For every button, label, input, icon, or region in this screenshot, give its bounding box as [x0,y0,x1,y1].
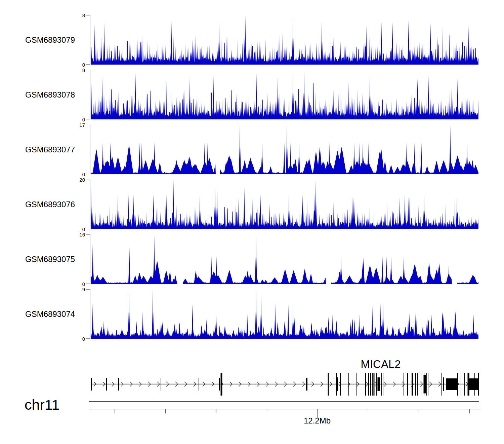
y-axis-line [90,234,90,284]
exon-bar [464,373,465,396]
genome-browser-figure: GSM6893079 8 0 GSM6893078 8 0 GSM6893077… [0,0,504,444]
exon-bar [106,378,107,391]
exon-bar [428,373,428,396]
y-axis-line [90,289,90,339]
exon-bar [441,373,442,396]
y-axis-max-label: 9 [66,287,85,292]
y-axis-line [90,70,90,119]
y-axis-line [90,15,90,65]
y-axis-max-label: 16 [66,232,85,237]
exon-bar [118,378,119,391]
ruler-minor-tick [115,409,115,413]
y-axis-zero-label: 0 [66,282,85,287]
coverage-area [91,234,478,284]
exon-bar [421,373,421,396]
coverage-area-svg [91,289,479,339]
exon-bar [356,373,356,396]
ruler-minor-tick [368,409,368,413]
exon-bar [404,373,404,396]
track-label: GSM6893077 [25,145,75,154]
exon-bar [383,373,383,396]
exon-bar [365,373,366,396]
exon-bar [443,377,444,391]
y-axis-zero-label: 0 [66,117,85,122]
exon-bar [91,378,92,391]
exon-bar [199,378,199,391]
y-axis-zero-label: 0 [66,172,85,177]
track-label: GSM6893076 [25,200,75,209]
track-label: GSM6893075 [25,255,75,264]
exon-bar [374,373,375,396]
exon-bar [381,373,382,396]
y-axis-max-label: 8 [66,68,85,73]
track-label: GSM6893078 [25,90,75,100]
exon-bar [221,373,222,396]
exon-bar [378,377,380,391]
exon-bar [461,373,461,396]
y-axis-zero-label: 0 [66,336,85,341]
exon-bar [219,378,220,391]
coverage-area-svg [91,15,479,65]
coverage-area-svg [91,70,479,119]
coverage-area [91,125,478,174]
coverage-area [91,15,478,65]
exon-block [468,378,479,390]
exon-bar [376,373,377,396]
gene-model-svg [91,357,479,400]
track-label: GSM6893074 [25,309,75,319]
y-axis-max-label: 17 [66,122,85,127]
coverage-track: GSM6893075 16 0 [0,234,504,284]
exon-bar [415,373,416,396]
ruler-minor-tick [469,409,470,413]
coverage-track: GSM6893078 8 0 [0,70,504,119]
coverage-area-svg [91,234,479,284]
coverage-area-svg [91,125,479,174]
exon-bar [412,373,413,396]
coverage-area [91,180,478,229]
coverage-area [91,289,478,339]
exon-bar [368,373,369,396]
exon-block [446,378,458,390]
track-label: GSM6893079 [25,35,75,45]
ruler-tick-label: 12.2Mb [304,416,331,426]
exon-bar [161,378,161,391]
ruler-minor-tick [216,409,216,413]
coverage-area-svg [91,180,479,229]
y-axis-max-label: 8 [66,13,85,18]
exon-bar [340,373,341,396]
y-axis-line [90,125,90,174]
exon-bar [426,373,427,396]
exon-bar [348,373,349,396]
y-axis-zero-label: 0 [66,227,85,232]
exon-bar [424,375,426,394]
coverage-track: GSM6893076 20 0 [0,180,504,229]
exon-bar [372,373,373,396]
exon-bar [336,373,337,396]
coverage-track: GSM6893077 17 0 [0,125,504,174]
ruler-minor-tick [165,409,166,413]
coverage-track: GSM6893079 8 0 [0,15,504,65]
coverage-track: GSM6893074 9 0 [0,289,504,339]
y-axis-max-label: 20 [66,177,85,182]
exon-bar [328,373,329,396]
exon-bar [306,378,307,391]
exon-bar [407,373,408,396]
ruler-top-line [89,401,479,402]
ruler-minor-tick [419,409,419,413]
exon-bar [417,373,418,396]
y-axis-line [90,180,90,229]
coverage-area [91,70,478,119]
y-axis-zero-label: 0 [66,62,85,67]
exon-bar [370,373,371,396]
chromosome-label: chr11 [25,397,59,413]
ruler-minor-tick [267,409,267,413]
ruler-bottom-line [89,409,479,409]
